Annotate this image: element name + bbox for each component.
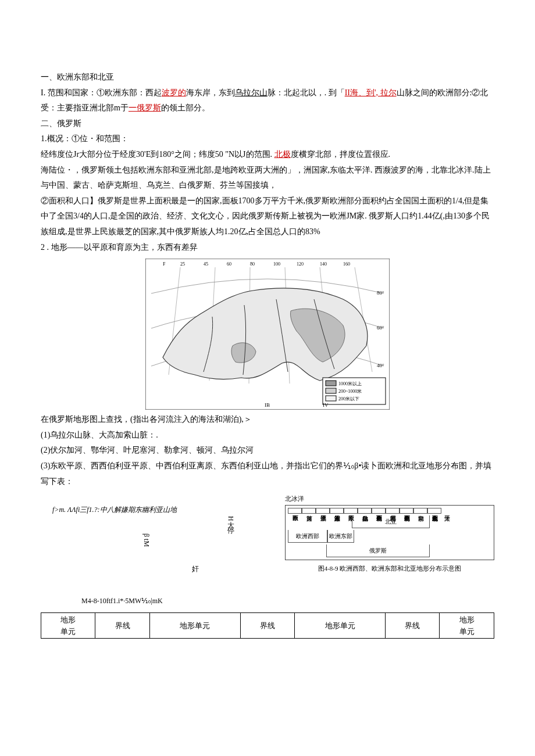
svg-text:200米以下: 200米以下 [338, 396, 359, 402]
col-ural-mtn: 乌拉尔山脉 [358, 508, 372, 514]
col-bode-plain: 波德平原 [316, 508, 330, 514]
section2-title: 二、俄罗斯 [41, 116, 494, 132]
b-eu-east: 欧洲东部 [327, 530, 354, 543]
section1-body: I. 范围和国家：①欧洲东部：西起波罗的海东岸，东到乌拉尔山脉：北起北以，. 到… [41, 85, 494, 116]
lf-v3: 奸 [192, 562, 199, 576]
col-easteu-plain: 东欧平原 [344, 508, 358, 514]
svg-rect-24 [326, 396, 336, 401]
txt: 的领土部分。 [161, 103, 210, 112]
th-border2: 界线 [240, 613, 294, 639]
svg-text:60°: 60° [377, 325, 384, 331]
russia-map: F 2545 6080 100120 140160 80° 60° 40° [145, 259, 390, 410]
col-lena: 勒拿河 [413, 508, 427, 514]
col-rhine: 莱茵河 [302, 508, 316, 514]
col-pacific: 太平洋 [441, 508, 452, 514]
th-border1: 界线 [95, 613, 149, 639]
svg-text:IB: IB [265, 402, 270, 408]
th-unit1: 地形单元 [41, 613, 95, 639]
th-unit4: 地形单元 [440, 613, 494, 639]
dg-caption: 图4-8-9 欧洲西部、欧洲东部和北亚地形分布示意图 [285, 562, 494, 575]
txt: 海东岸，东到 [186, 88, 235, 97]
fill-table: 地形单元 界线 地形单元 界线 地形单元 界线 地形单元 [41, 612, 494, 639]
col-wsiberia-plain: 西西伯利亚平原 [372, 508, 386, 514]
th-border3: 界线 [386, 613, 440, 639]
after-map-intro: 在俄罗斯地形图上查找，(指出各河流注入的海法和湖泊),＞ [41, 412, 494, 428]
area-pop: ②面积和人口】俄罗斯是世界上面积最是一的国家,面板1700多万平方千米,俄罗斯欧… [41, 194, 494, 240]
lf-v2: β tM [140, 533, 153, 547]
svg-text:40°: 40° [377, 363, 384, 368]
svg-text:80°: 80° [377, 290, 384, 296]
svg-text:F: F [163, 261, 166, 267]
kw-sea-ural: II海、到', 拉尔 [345, 88, 397, 97]
b-russia: 俄罗斯 [326, 544, 430, 557]
q1: (1)乌拉尔山脉、大高加索山脏：. [41, 428, 494, 443]
svg-text:25: 25 [180, 261, 185, 267]
col-westeu-plain: 西欧平原 [288, 508, 302, 514]
svg-text:1000米以上: 1000米以上 [338, 381, 362, 386]
col-baltic-coast: 波罗的海东岸 [330, 508, 344, 514]
left-figure: f>m. ΛΛfi三f1.?:中八解嫌期东幽利亚山地 大H停 β tM 奸 M4… [41, 493, 273, 609]
section1-title: 一、欧洲东部和北亚 [41, 70, 494, 85]
svg-rect-22 [326, 388, 336, 393]
q2: (2)伏尔加河、鄂华河、叶尼塞河、勒拿河、顿河、乌拉尔河 [41, 443, 494, 458]
svg-text:200~1000米: 200~1000米 [338, 389, 362, 394]
kw-russia: 一俄罗斯 [129, 103, 161, 112]
kw-baltic: 波罗的 [162, 88, 186, 97]
lf-caption: M4-8-10ftf1.i*·5MW⅒|mK [81, 594, 163, 608]
col-yenisei: 叶尼塞河 [386, 508, 400, 514]
svg-text:100: 100 [273, 261, 280, 267]
bottom-figures: f>m. ΛΛfi三f1.?:中八解嫌期东幽利亚山地 大H停 β tM 奸 M4… [41, 493, 494, 609]
kw-arctic: 北极 [274, 150, 291, 159]
terrain-heading: 2 . 地形——以平原和育原为主，东西有差舁 [41, 240, 494, 256]
svg-text:160: 160 [343, 261, 350, 267]
b-eu-west: 欧洲西部 [288, 530, 327, 543]
svg-text:120: 120 [297, 261, 304, 267]
th-unit2: 地形单元 [149, 613, 240, 639]
lf-v1: 大H停 [224, 516, 237, 521]
dg-top: 北冰洋 [285, 493, 494, 505]
svg-rect-20 [326, 381, 336, 386]
right-diagram: 北冰洋 西欧平原 莱茵河 波德平原 波罗的海东岸 东欧平原 乌拉尔山脉 西西伯利… [285, 493, 494, 575]
txt: 经纬度位Jr大部分位于经度30'E到180°之间；纬度50 "N以J的范围. [41, 150, 274, 159]
svg-text:140: 140 [320, 261, 327, 267]
col-esiberia-mtn: 东西伯利亚山地 [427, 508, 441, 514]
lf-line1: f>m. ΛΛfi三f1.?:中八解嫌期东幽利亚山地 [52, 503, 177, 517]
b-north-asia: 北亚 [352, 515, 430, 528]
svg-text:IV: IV [323, 402, 329, 408]
txt: 脉：北起北以，. 到「 [268, 88, 345, 97]
th-unit3: 地形单元 [295, 613, 386, 639]
overview-heading: 1.概况：①位・和范围： [41, 131, 494, 147]
txt: I. 范围和国家：①欧洲东部：西起 [41, 88, 162, 97]
txt: 度横穿北部，拌度位置很应. [291, 150, 391, 159]
latlon-line: 经纬度位Jr大部分位于经度30'E到180°之间；纬度50 "N以J的范围. 北… [41, 147, 494, 163]
col-csiberia-plateau: 中西伯利亚高原 [400, 508, 413, 514]
sea-land: 海陆位・，俄罗斯领土包括欧洲东部和亚洲北部,是地跨欧亚两大洲的」，洲国家,东临太… [41, 163, 494, 194]
svg-text:45: 45 [204, 261, 208, 267]
svg-text:60: 60 [227, 261, 231, 267]
q3: (3)东欧平原、西西伯利亚平原、中西伯利亚离原、东西伯利亚山地，并指出它们的界⅒… [41, 458, 494, 489]
kw-ural: 乌拉尔山 [235, 88, 268, 97]
svg-text:80: 80 [250, 261, 255, 267]
